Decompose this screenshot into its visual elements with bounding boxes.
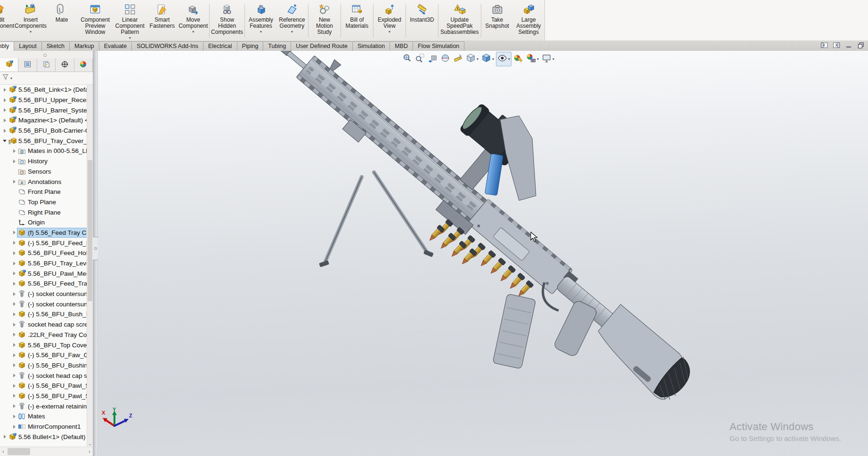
- ribbon-button-assembly-features[interactable]: Assembly Features ▾: [245, 1, 276, 40]
- tree-item-5-56-bfu-barrel-system-r1[interactable]: 5.56_BFU_Barrel_System_R1: [0, 105, 87, 115]
- tree-item-5-56-bfu-feed-reta[interactable]: (-) 5.56_BFU_Feed_Reta: [0, 238, 87, 248]
- tree-item-5-56-bfu-pawl-mecha[interactable]: 5.56_BFU_Pawl_Mecha: [0, 268, 87, 279]
- expand-arrow[interactable]: [11, 148, 17, 154]
- tab-user-defined-route[interactable]: User Defined Route: [291, 41, 353, 51]
- expand-arrow[interactable]: [11, 424, 17, 430]
- expand-arrow[interactable]: [2, 97, 8, 103]
- collapse-right-pane-button[interactable]: [833, 42, 841, 49]
- tree-item-history[interactable]: History: [0, 156, 87, 167]
- apply-scene-button[interactable]: ▾: [525, 52, 540, 66]
- tree-item-5-56-bfu-top-cover-sp[interactable]: 5.56_BFU_Top Cover Sp: [0, 340, 87, 350]
- tree-item-right-plane[interactable]: Right Plane: [0, 207, 87, 217]
- graphics-viewport[interactable]: ▾ ▾ ▾ ▾ ▾ X Y Z Activate Windows Go to S…: [98, 51, 868, 456]
- tree-item-5-56-bullet-1-default[interactable]: 5.56 Bullet<1> (Default) <<: [0, 432, 87, 442]
- propertymanager-tab[interactable]: [18, 58, 37, 72]
- tree-item-5-56-bfu-tray-lever-r[interactable]: 5.56_BFU_Tray_Lever_R: [0, 258, 87, 269]
- featuremanager-tab[interactable]: [0, 58, 18, 72]
- measure-button[interactable]: [452, 52, 464, 66]
- expand-arrow[interactable]: [2, 128, 8, 134]
- edit-appearance-button[interactable]: [512, 52, 524, 66]
- filter-funnel-icon[interactable]: [2, 73, 9, 83]
- tree-item-22lr-feed-tray-cover[interactable]: .22LR_Feed Tray Cover: [0, 330, 87, 340]
- tab-assembly[interactable]: Assembly: [0, 41, 14, 51]
- tree-item-5-56-bfu-bolt-carrier-grou[interactable]: 5.56_BFU_Bolt-Carrier-Grou: [0, 126, 87, 136]
- dropdown-arrow[interactable]: ▾: [492, 57, 494, 61]
- expand-arrow[interactable]: [11, 403, 17, 409]
- expand-arrow[interactable]: [11, 260, 17, 266]
- configurationmanager-tab[interactable]: [37, 58, 56, 72]
- dropdown-arrow[interactable]: ▾: [291, 30, 293, 34]
- panel-grip[interactable]: [0, 51, 93, 58]
- tree-item-annotations[interactable]: A Annotations: [0, 176, 87, 187]
- tree-item-5-56-bfu-upper-receiver-f[interactable]: 5.56_BFU_Upper_Receiver_F: [0, 95, 87, 105]
- tree-item-socket-head-cap-screw[interactable]: socket head cap screw: [0, 320, 87, 330]
- tree-horizontal-scrollbar[interactable]: ‹ ›: [0, 447, 93, 456]
- tree-item-5-56-bfu-pawl-spri[interactable]: (-) 5.56_BFU_Pawl_Spri: [0, 391, 87, 401]
- dropdown-arrow[interactable]: ▾: [30, 30, 32, 34]
- expand-arrow[interactable]: [11, 250, 17, 256]
- model-bipod-legs[interactable]: [319, 172, 434, 267]
- tree-item-magazine-1-default-d[interactable]: Magazine<1> (Default) <D: [0, 115, 87, 126]
- dropdown-arrow[interactable]: ▾: [508, 57, 510, 61]
- hide-show-items-button[interactable]: ▾: [496, 52, 511, 66]
- expand-arrow[interactable]: [11, 240, 17, 246]
- ribbon-button-smart-fasteners[interactable]: Smart Fasteners: [146, 1, 178, 40]
- tree-item-front-plane[interactable]: Front Plane: [0, 187, 87, 197]
- tab-layout[interactable]: Layout: [14, 41, 42, 51]
- expand-arrow[interactable]: [11, 280, 17, 287]
- dropdown-arrow[interactable]: ▾: [477, 57, 479, 61]
- tree-item-5-56-bfu-pawl-spri[interactable]: (-) 5.56_BFU_Pawl_Spri: [0, 381, 87, 391]
- tree-item-f-5-56-feed-tray-cove[interactable]: (f) 5.56_Feed Tray Cove: [0, 228, 87, 238]
- expand-arrow[interactable]: [11, 321, 17, 328]
- expand-arrow[interactable]: [11, 393, 17, 399]
- section-view-button[interactable]: [439, 52, 451, 66]
- expand-arrow[interactable]: [11, 352, 17, 358]
- ribbon-button-insert-components[interactable]: Insert Components ▾: [15, 1, 46, 40]
- minimize-button[interactable]: [845, 42, 853, 49]
- tab-flow-simulation[interactable]: Flow Simulation: [413, 41, 464, 51]
- tree-item-socket-head-cap-scr[interactable]: (-) socket head cap scr: [0, 370, 87, 381]
- ribbon-button-large-assembly-settings[interactable]: Large Assembly Settings: [513, 1, 544, 40]
- rifle-assembly-model[interactable]: [98, 51, 868, 456]
- collapse-left-pane-button[interactable]: [820, 42, 828, 49]
- tree-item-mirrorcomponent1[interactable]: MirrorComponent1: [0, 422, 87, 432]
- ribbon-button-bill-of-materials[interactable]: Bill of Materials: [341, 1, 373, 40]
- hscroll-thumb[interactable]: [8, 448, 30, 455]
- dropdown-arrow[interactable]: ▾: [389, 30, 390, 34]
- tree-item-5-56-belt-link-1-default[interactable]: 5.56_Belt_Link<1> (Default): [0, 85, 87, 95]
- tab-mbd[interactable]: MBD: [389, 41, 413, 51]
- expand-arrow[interactable]: [2, 107, 8, 113]
- zoom-to-area-button[interactable]: [414, 52, 426, 66]
- expand-arrow[interactable]: [11, 342, 17, 348]
- expand-arrow[interactable]: [11, 179, 17, 185]
- ribbon-button-edit-component[interactable]: Edit Component: [0, 1, 15, 40]
- displaymanager-tab[interactable]: [74, 58, 93, 72]
- tree-item-e-external-retaining[interactable]: (-) e-external retaining: [0, 401, 87, 411]
- tree-item-5-56-bfu-faw-guid[interactable]: (-) 5.56_BFU_Faw_Guid: [0, 350, 87, 360]
- expand-arrow[interactable]: [11, 230, 17, 236]
- tree-item-5-56-bfu-bushing-f[interactable]: (-) 5.56_BFU_Bushing_F: [0, 360, 87, 371]
- ribbon-button-exploded-view[interactable]: Exploded View ▾: [374, 1, 405, 40]
- ribbon-button-show-hidden-components[interactable]: Show Hidden Components: [210, 1, 244, 40]
- tree-filter-bar[interactable]: ▾: [0, 72, 93, 85]
- hscroll-right-arrow[interactable]: ›: [86, 449, 93, 454]
- ribbon-button-reference-geometry[interactable]: Reference Geometry ▾: [276, 1, 308, 40]
- tree-item-mates-in-000-5-56-lmg[interactable]: Mates in 000-5.56_LMG: [0, 146, 87, 156]
- dimxpertmanager-tab[interactable]: [56, 58, 74, 72]
- tab-tubing[interactable]: Tubing: [263, 41, 291, 51]
- tree-item-5-56-bfu-tray-cover-r4-1[interactable]: 5.56_BFU_Tray_Cover_R4<1: [0, 136, 87, 146]
- panel-splitter[interactable]: [93, 51, 98, 456]
- expand-arrow[interactable]: [2, 117, 8, 123]
- previous-view-button[interactable]: [427, 52, 438, 66]
- expand-arrow[interactable]: [11, 362, 17, 368]
- zoom-to-fit-button[interactable]: [401, 52, 413, 66]
- hscroll-left-arrow[interactable]: ‹: [0, 449, 7, 454]
- tab-sketch[interactable]: Sketch: [41, 41, 70, 51]
- view-orientation-button[interactable]: ▾: [465, 52, 479, 66]
- model-magazine[interactable]: [493, 294, 536, 369]
- restore-button[interactable]: [857, 42, 865, 49]
- tree-item-sensors[interactable]: Sensors: [0, 167, 87, 177]
- expand-arrow[interactable]: [11, 413, 17, 419]
- vscroll-thumb[interactable]: [88, 160, 92, 301]
- expand-arrow[interactable]: [11, 311, 17, 317]
